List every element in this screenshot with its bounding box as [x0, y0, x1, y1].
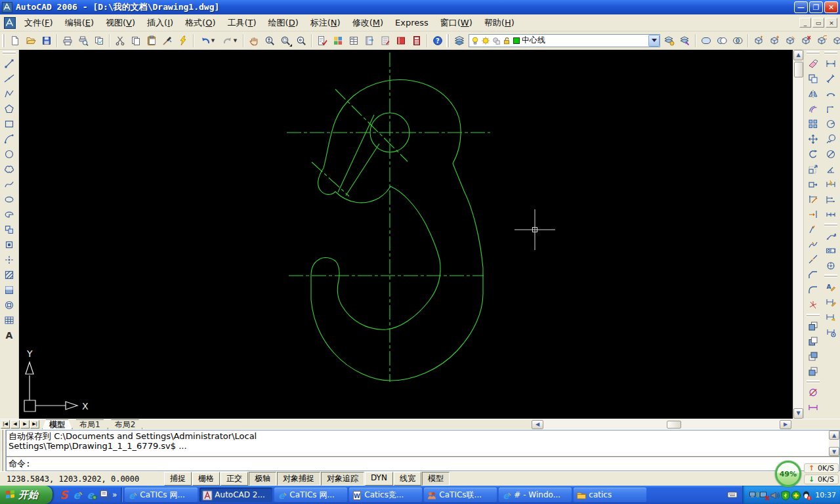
vertical-scroll-track[interactable]: [793, 77, 803, 408]
rotate-faces-button[interactable]: [814, 33, 830, 48]
toolbar-grip[interactable]: [824, 223, 837, 226]
move-button[interactable]: [805, 131, 821, 146]
close-button[interactable]: ✕: [824, 1, 838, 13]
extend-button[interactable]: [805, 207, 821, 222]
tab-布局1[interactable]: 布局1: [72, 419, 108, 429]
union-button[interactable]: [698, 33, 714, 48]
menu-item-标注N[interactable]: 标注(N): [304, 14, 346, 32]
quick-calc-button[interactable]: [409, 33, 425, 48]
task-button-catics[interactable]: catics: [574, 488, 646, 502]
properties-button[interactable]: [314, 33, 330, 48]
task-button-CaTICs联...[interactable]: CaTICs联...: [424, 488, 497, 502]
join-button[interactable]: [805, 252, 821, 267]
task-button-AutoCAD 2...[interactable]: AutoCAD 2...: [200, 488, 272, 502]
toolbar-grip[interactable]: [807, 314, 820, 317]
plot-preview-button[interactable]: [75, 33, 91, 48]
horizontal-scroll-thumb[interactable]: [667, 421, 681, 429]
dim-text-edit-button[interactable]: A: [823, 279, 839, 294]
menu-item-格式O[interactable]: 格式(O): [179, 14, 221, 32]
zoom-window-button[interactable]: [278, 33, 293, 48]
rotate-button[interactable]: [805, 146, 821, 161]
status-toggle-正交[interactable]: 正交: [220, 472, 248, 486]
status-toggle-DYN[interactable]: DYN: [365, 472, 393, 486]
tray-volume-icon[interactable]: [770, 490, 779, 499]
clock[interactable]: 10:37: [815, 491, 836, 499]
layer-states-button[interactable]: [662, 33, 677, 48]
quick-launch-s-logo[interactable]: S: [58, 489, 70, 501]
restore-button[interactable]: ❐: [809, 1, 823, 13]
line-button[interactable]: [1, 56, 17, 71]
chamfer-button[interactable]: [805, 267, 821, 282]
command-prompt[interactable]: 命令:: [7, 456, 839, 471]
polygon-button[interactable]: [1, 101, 17, 116]
move-faces-button[interactable]: [766, 33, 782, 48]
task-button-Catics竞...[interactable]: WCatics竞...: [349, 488, 422, 502]
quick-dim-button[interactable]: [823, 177, 839, 192]
command-scroll-up[interactable]: ▲: [829, 430, 839, 440]
dim-jogged-button[interactable]: [823, 131, 839, 146]
layer-manager-button[interactable]: [452, 33, 467, 48]
menu-item-插入I[interactable]: 插入(I): [141, 14, 179, 32]
match-props-button[interactable]: [159, 33, 175, 48]
menu-item-帮助H[interactable]: 帮助(H): [478, 14, 520, 32]
open-button[interactable]: [23, 33, 39, 48]
tray-network-activity-icon[interactable]: [749, 490, 758, 499]
draworder-below-button[interactable]: [805, 364, 821, 379]
layer-dropdown[interactable]: 中心线: [469, 34, 660, 47]
menu-item-文件F[interactable]: 文件(F): [18, 14, 59, 32]
ellipse-button[interactable]: [1, 192, 17, 207]
zoom-previous-button[interactable]: [293, 33, 309, 48]
dim-baseline-button[interactable]: [823, 192, 839, 207]
scroll-right-button[interactable]: ▶: [780, 420, 791, 429]
menu-item-绘图D[interactable]: 绘图(D): [262, 14, 304, 32]
rect-button[interactable]: [1, 116, 17, 131]
toolbar-grip[interactable]: [824, 51, 837, 54]
tray-upgrade-plus-icon[interactable]: [791, 490, 800, 499]
undo-dropdown-icon[interactable]: ▼: [211, 38, 215, 43]
drawing-canvas[interactable]: YX: [19, 50, 793, 419]
arc-button[interactable]: [1, 131, 17, 146]
center-mark-button[interactable]: [823, 258, 839, 273]
toolbar-grip[interactable]: [807, 51, 820, 54]
design-center-button[interactable]: [330, 33, 346, 48]
quick-launch-internet-explorer[interactable]: e: [72, 489, 83, 501]
break-button[interactable]: [805, 237, 821, 252]
command-scrollbar[interactable]: ▲ ▼: [829, 430, 839, 456]
hatch-button[interactable]: [1, 267, 17, 282]
redo-button[interactable]: ▼: [219, 33, 241, 48]
paste-button[interactable]: [144, 33, 159, 48]
horizontal-scrollbar[interactable]: ◀ ▶: [532, 420, 791, 429]
quick-launch-chevron[interactable]: »: [112, 490, 117, 499]
sheet-set-manager-button[interactable]: [362, 33, 377, 48]
slash-circle-button[interactable]: [805, 385, 821, 400]
draworder-back-button[interactable]: [805, 333, 821, 348]
dim-aligned-button[interactable]: [823, 71, 839, 86]
offset-button[interactable]: [805, 101, 821, 116]
status-toggle-极轴[interactable]: 极轴: [249, 472, 276, 486]
toolbar-grip[interactable]: [2, 34, 5, 47]
menu-item-窗口W[interactable]: 窗口(W): [434, 14, 478, 32]
region-button[interactable]: [1, 297, 17, 312]
status-toggle-捕捉[interactable]: 捕捉: [164, 472, 192, 486]
start-button[interactable]: 开始: [0, 486, 52, 504]
dim-update-button[interactable]: [823, 309, 839, 324]
scale-button[interactable]: [805, 161, 821, 177]
scroll-left-button[interactable]: ◀: [532, 420, 543, 429]
mirror-button[interactable]: [805, 86, 821, 101]
revcloud-button[interactable]: [1, 161, 17, 177]
copy-button[interactable]: [805, 71, 821, 86]
help-button[interactable]: ?: [430, 33, 446, 48]
taper-faces-button[interactable]: [830, 33, 840, 48]
insert-block-button[interactable]: [1, 222, 17, 237]
layer-previous-button[interactable]: [677, 33, 693, 48]
dim-edit-button[interactable]: [823, 294, 839, 309]
save-button[interactable]: [39, 33, 54, 48]
pan-button[interactable]: [246, 33, 262, 48]
break-point-button[interactable]: [805, 222, 821, 237]
status-toggle-线宽[interactable]: 线宽: [394, 472, 421, 486]
plot-button[interactable]: [60, 33, 75, 48]
cut-button[interactable]: [112, 33, 128, 48]
minimize-button[interactable]: —: [794, 1, 808, 13]
undo-button[interactable]: ▼: [196, 33, 219, 48]
dim-angular-button[interactable]: [823, 161, 839, 177]
